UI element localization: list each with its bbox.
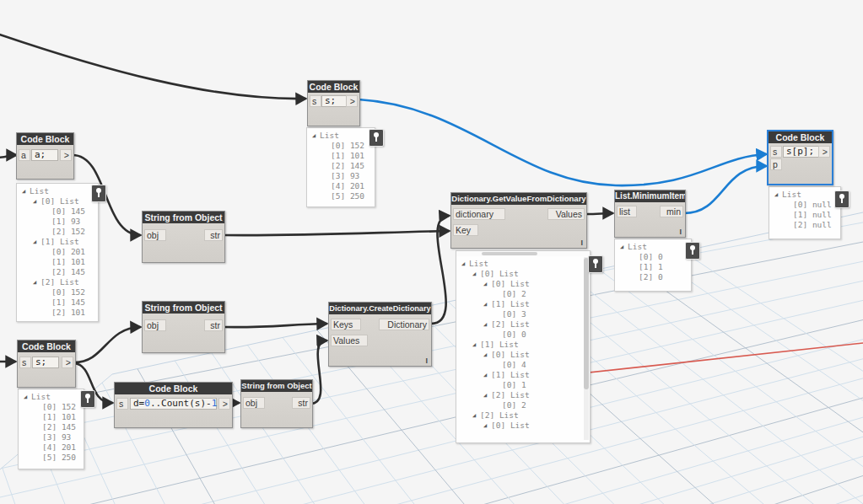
node-code-block-d[interactable]: Code Block s d=0..Count(s)-1; > <box>114 382 233 428</box>
input-port-obj[interactable]: obj <box>144 319 166 331</box>
preview-value: [0] 0 <box>502 330 526 339</box>
expander-icon[interactable]: ◢ <box>483 279 491 289</box>
wire-offscreen-to-cb-a[interactable] <box>0 155 16 158</box>
wire-sfo1-to-dictget-key[interactable] <box>224 231 449 235</box>
expander-icon[interactable]: ◢ <box>33 196 40 206</box>
lacing-indicator[interactable]: I <box>679 228 682 236</box>
output-port-dictionary[interactable]: Dictionary <box>379 319 429 330</box>
node-string-from-object-2[interactable]: String from Object obj str <box>142 301 225 353</box>
input-port-key[interactable]: Key <box>453 224 478 236</box>
input-port-s[interactable]: s <box>19 357 31 368</box>
node-string-from-object-3[interactable]: String from Object obj str <box>240 379 313 428</box>
pin-icon[interactable] <box>91 185 106 202</box>
input-port-a[interactable]: a <box>19 149 30 161</box>
expander-icon[interactable]: ◢ <box>24 392 31 402</box>
preview-bubble-cb-a[interactable]: ◢List◢[0] List[0] 145[1] 93[2] 152◢[1] L… <box>16 183 99 322</box>
output-port[interactable]: > <box>60 149 72 161</box>
output-port-str[interactable]: str <box>204 319 223 331</box>
expander-icon[interactable]: ◢ <box>312 131 320 141</box>
code-editor[interactable]: s[p]; <box>783 146 820 158</box>
node-list-minimum-item[interactable]: List.MinimumItem list min I <box>614 190 686 238</box>
preview-value: [0] 145 <box>51 206 85 216</box>
node-dictionary-get-value[interactable]: Dictionary.GetValueFromDictionary dictio… <box>450 192 587 249</box>
wire-cb-s-to-sfo2[interactable] <box>74 327 140 362</box>
input-port-obj[interactable]: obj <box>243 397 265 409</box>
preview-row: [5] 250 <box>20 453 82 463</box>
preview-value: [2] 145 <box>51 267 85 276</box>
code-editor[interactable]: d=0..Count(s)-1; <box>130 398 217 410</box>
node-code-block-s-bottom[interactable]: Code Block s s; > <box>17 340 76 388</box>
code-editor[interactable]: a; <box>31 149 58 161</box>
output-port-str[interactable]: str <box>204 229 223 241</box>
expander-icon[interactable]: ◢ <box>472 340 480 350</box>
expander-icon[interactable]: ◢ <box>483 370 491 380</box>
expander-icon[interactable]: ◢ <box>774 190 782 200</box>
input-port-s[interactable]: s <box>310 95 321 107</box>
node-code-block-s-top[interactable]: Code Block s s; > <box>307 80 360 126</box>
pin-icon[interactable] <box>588 255 603 273</box>
preview-bubble-min-item[interactable]: ◢List[0] 0[1] 1[2] 0 <box>614 239 692 292</box>
expander-icon[interactable]: ◢ <box>33 277 40 287</box>
input-port-list[interactable]: list <box>617 206 637 217</box>
input-port-p[interactable]: p <box>770 158 782 170</box>
expander-icon[interactable]: ◢ <box>461 259 469 269</box>
expander-icon[interactable]: ◢ <box>620 242 628 252</box>
output-port-values[interactable]: Values <box>547 208 585 220</box>
output-port[interactable]: > <box>818 146 830 158</box>
preview-value: [1] List <box>480 340 519 349</box>
node-string-from-object-1[interactable]: String from Object obj str <box>142 211 225 263</box>
output-port[interactable]: > <box>62 357 73 368</box>
input-port-obj[interactable]: obj <box>144 229 166 241</box>
expander-icon[interactable]: ◢ <box>472 410 480 421</box>
output-port-min[interactable]: min <box>660 206 683 217</box>
preview-bubble-dict-get[interactable]: ◢List◢[0] List◢[0] List[0] 2◢[1] List[0]… <box>456 250 591 443</box>
pin-icon[interactable] <box>685 242 700 260</box>
input-port-dictionary[interactable]: dictionary <box>453 208 505 220</box>
expander-icon[interactable]: ◢ <box>483 421 491 431</box>
output-port[interactable]: > <box>346 95 358 107</box>
dynamo-canvas[interactable]: ◢List◢[0] List[0] 145[1] 93[2] 152◢[1] L… <box>0 0 863 504</box>
pin-icon[interactable] <box>834 190 850 208</box>
output-port[interactable]: > <box>218 398 230 410</box>
horizontal-scrollbar[interactable] <box>456 251 590 256</box>
input-port-values[interactable]: Values <box>331 335 368 346</box>
preview-row: [2] null <box>771 220 839 230</box>
expander-icon[interactable]: ◢ <box>483 350 491 360</box>
preview-row: ◢[2] List <box>19 277 96 287</box>
node-dictionary-create[interactable]: Dictionary.CreateDictionary Keys Values … <box>328 302 432 367</box>
preview-value: [1] 1 <box>639 262 663 271</box>
preview-value: [1] List <box>40 237 79 246</box>
expander-icon[interactable]: ◢ <box>33 237 40 247</box>
preview-row: ◢[1] List <box>458 340 588 350</box>
pin-icon[interactable] <box>369 129 384 147</box>
preview-value: [1] 93 <box>51 217 80 226</box>
preview-value: [0] List <box>491 279 530 288</box>
input-port-keys[interactable]: Keys <box>331 319 361 330</box>
wire-offscreen-to-cb-s-top[interactable] <box>0 33 305 99</box>
expander-icon[interactable]: ◢ <box>483 319 491 330</box>
wire-cb-s-top-to-cb-sp-s[interactable] <box>359 99 766 185</box>
pin-icon[interactable] <box>80 390 95 408</box>
expander-icon[interactable]: ◢ <box>472 269 480 279</box>
code-editor[interactable]: s; <box>321 95 347 107</box>
preview-bubble-cb-sp[interactable]: ◢List[0] null[1] null[2] null <box>769 186 841 239</box>
output-port-str[interactable]: str <box>292 397 310 409</box>
expander-icon[interactable]: ◢ <box>483 299 491 309</box>
input-port-s[interactable]: s <box>116 398 128 410</box>
preview-value: [0] 152 <box>42 402 76 411</box>
node-code-block-sp[interactable]: Code Block s p s[p]; > <box>767 130 833 185</box>
wire-sfo2-to-keys[interactable] <box>224 324 326 327</box>
lacing-indicator[interactable]: I <box>425 357 428 365</box>
preview-bubble-cb-s-top[interactable]: ◢List[0] 152[1] 101[2] 145[3] 93[4] 201[… <box>306 127 375 207</box>
expander-icon[interactable]: ◢ <box>22 186 30 196</box>
vertical-scrollbar[interactable] <box>584 257 589 440</box>
code-editor[interactable]: s; <box>32 357 59 368</box>
preview-bubble-cb-s-bottom[interactable]: ◢List[0] 152[1] 101[2] 145[3] 93[4] 201[… <box>18 389 84 469</box>
expander-icon[interactable]: ◢ <box>483 390 491 400</box>
preview-row: [0] 152 <box>20 402 82 412</box>
preview-row: [1] 101 <box>19 257 96 267</box>
wire-dictget-to-minitem[interactable] <box>586 213 612 214</box>
input-port-s[interactable]: s <box>770 146 782 158</box>
lacing-indicator[interactable]: I <box>580 239 583 247</box>
node-code-block-a[interactable]: Code Block a a; > <box>16 132 74 180</box>
